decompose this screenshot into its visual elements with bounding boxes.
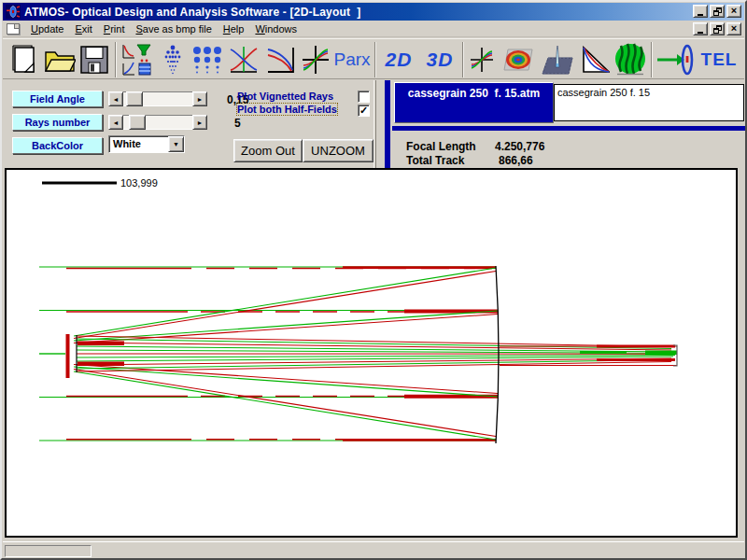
plot-half-fields-checkbox[interactable]: ✓ (358, 105, 370, 117)
minimize-icon (698, 14, 703, 16)
menu-item-print[interactable]: Print (98, 21, 131, 36)
interferogram-button[interactable] (499, 41, 538, 78)
restore-icon (713, 25, 722, 34)
close-icon: × (731, 23, 737, 34)
ray-segment (78, 342, 124, 346)
zoom-out-button[interactable]: Zoom Out (233, 139, 303, 162)
slider-thumb[interactable] (129, 115, 146, 130)
toolbar-separator (462, 42, 464, 77)
slider-right-arrow[interactable]: ► (192, 91, 207, 106)
telescope-lens-icon (656, 43, 694, 77)
mdi-document-icon[interactable] (7, 23, 20, 35)
field-angle-slider: ◄ ► (108, 91, 207, 106)
toolbar-separator (374, 42, 376, 77)
slider-left-arrow[interactable]: ◄ (108, 115, 123, 130)
filename-panel: cassegrain 250 f. 15.atm (394, 82, 554, 123)
psf-button[interactable] (539, 41, 578, 78)
rays-number-button[interactable]: Rays number (12, 114, 103, 131)
panel-divider (374, 80, 376, 169)
focal-length-label: Focal Length (406, 140, 476, 153)
slider-thumb[interactable] (126, 91, 143, 106)
ray-fan-button[interactable] (227, 41, 261, 78)
menu-bar: Update Exit Print Save as bmp file Help … (3, 21, 744, 37)
scale-label: 103,999 (120, 177, 158, 189)
slider-right-arrow[interactable]: ► (192, 115, 207, 130)
chevron-down-icon[interactable]: ▼ (168, 136, 184, 152)
menu-item-windows[interactable]: Windows (249, 21, 303, 36)
child-restore-button[interactable] (710, 22, 725, 35)
save-floppy-icon (80, 46, 108, 74)
backcolor-select[interactable]: White ▼ (108, 135, 185, 153)
backcolor-button[interactable]: BackColor (12, 137, 103, 154)
toolbar-separator (115, 42, 117, 77)
unzoom-button[interactable]: UNZOOM (303, 139, 374, 162)
view-3d-button[interactable]: 3D (419, 41, 460, 78)
close-button[interactable]: × (726, 5, 741, 18)
plot-half-fields-label: Plot both Half-Fields (237, 104, 337, 115)
menu-item-exit[interactable]: Exit (69, 21, 97, 36)
plot-vignetted-checkbox[interactable] (358, 91, 370, 103)
new-file-button[interactable] (8, 41, 42, 78)
title-bar: ATMOS- Optical Design and Analysis Softw… (3, 3, 744, 21)
menu-item-help[interactable]: Help (218, 21, 250, 36)
child-window-controls: × (693, 22, 741, 35)
spot-matrix-button[interactable] (190, 41, 225, 78)
mtf-button[interactable] (579, 41, 613, 78)
interferogram-icon (500, 46, 536, 74)
ray-line (77, 362, 671, 372)
telescope-button[interactable] (655, 41, 695, 78)
curve-plot-icon (266, 46, 296, 74)
parx-button[interactable] (300, 41, 331, 78)
window-title: ATMOS- Optical Design and Analysis Softw… (24, 6, 361, 19)
open-folder-icon (44, 47, 76, 73)
file-description-input[interactable]: cassegrain 250 f. 15 (554, 84, 744, 121)
ray-line (77, 336, 671, 347)
wavefront-map-icon (613, 43, 647, 77)
rays-number-value: 5 (234, 117, 241, 130)
ray-segment (78, 362, 124, 367)
ray-segment (66, 334, 70, 378)
slider-track[interactable] (123, 91, 192, 106)
focal-length-value: 4.250,776 (495, 140, 544, 153)
ray-diagram: 103,999 (7, 170, 736, 536)
spot-spray-button[interactable] (158, 41, 188, 78)
slider-left-arrow[interactable]: ◄ (108, 91, 123, 106)
toolbar: Parx 2D 3D (3, 38, 744, 79)
analysis-summary-icon (121, 43, 153, 77)
child-close-button[interactable]: × (726, 22, 741, 35)
toolbar-separator (651, 42, 653, 77)
minimize-button[interactable] (693, 5, 708, 18)
child-minimize-button[interactable] (693, 22, 708, 35)
rays-number-slider: ◄ ► (108, 115, 207, 130)
curve-plot-button[interactable] (264, 41, 298, 78)
control-panel: Field Angle Rays number BackColor ◄ ► 0,… (3, 80, 744, 169)
parx-curves-icon (302, 45, 330, 75)
menu-item-update[interactable]: Update (25, 21, 69, 36)
save-button[interactable] (78, 41, 111, 78)
restore-button[interactable] (710, 5, 725, 18)
parx-label[interactable]: Parx (330, 41, 374, 78)
field-curves-icon (470, 47, 494, 73)
view-2d-button[interactable]: 2D (378, 41, 419, 78)
app-icon (6, 5, 21, 19)
wavefront-button[interactable] (613, 41, 648, 78)
ray-segment (580, 351, 627, 354)
field-curves-button[interactable] (467, 41, 497, 78)
open-file-button[interactable] (42, 41, 78, 78)
tel-label[interactable]: TEL (696, 41, 742, 78)
analysis-summary-button[interactable] (120, 41, 154, 78)
status-bar (3, 541, 744, 557)
close-icon: × (731, 6, 737, 16)
blue-divider-horizontal (392, 126, 745, 131)
app-window: ATMOS- Optical Design and Analysis Softw… (0, 0, 747, 560)
ray-spray-icon (160, 45, 186, 75)
layout-canvas[interactable]: 103,999 (5, 168, 738, 538)
psf-3d-icon (541, 45, 576, 75)
mtf-plot-icon (582, 46, 610, 74)
blue-divider-vertical (385, 80, 390, 169)
menu-item-save-bmp[interactable]: Save as bmp file (130, 21, 217, 36)
field-angle-button[interactable]: Field Angle (12, 91, 103, 107)
new-file-icon (11, 45, 39, 75)
spot-matrix-icon (191, 46, 223, 74)
slider-track[interactable] (123, 115, 192, 130)
